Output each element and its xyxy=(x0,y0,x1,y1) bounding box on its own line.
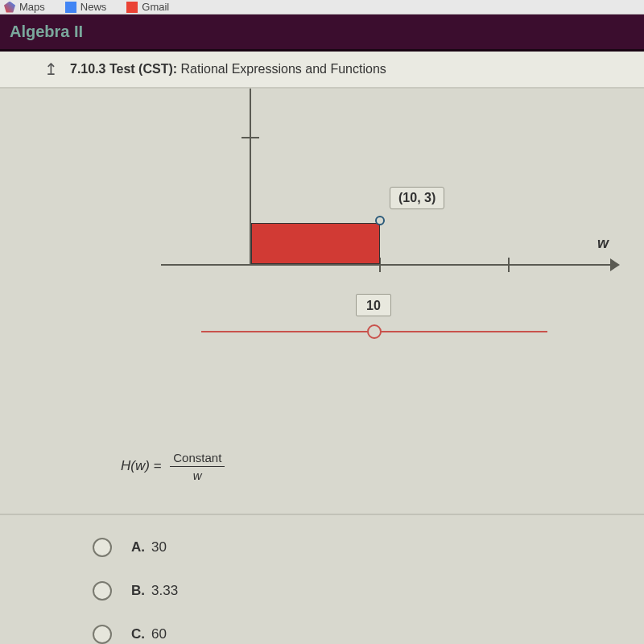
x-axis-arrow-icon xyxy=(610,258,620,271)
back-icon[interactable]: ↥ xyxy=(44,60,58,79)
slider-thumb[interactable] xyxy=(367,324,382,339)
bookmark-maps[interactable]: Maps xyxy=(4,1,45,13)
test-topic: Rational Expressions and Functions xyxy=(181,62,386,76)
x-axis-label: w xyxy=(597,235,609,252)
answer-c[interactable]: C. 60 xyxy=(93,625,178,644)
filled-rectangle xyxy=(251,223,380,264)
content-area: (10, 3) w 10 H(w) = Constant w A. 30 B. … xyxy=(0,89,644,644)
x-axis xyxy=(161,264,612,266)
graph: (10, 3) w 10 xyxy=(0,89,644,354)
bookmark-label: News xyxy=(80,1,107,13)
radio-a[interactable] xyxy=(93,538,112,557)
radio-b[interactable] xyxy=(93,581,112,601)
fraction: Constant w xyxy=(170,451,225,482)
x-tick xyxy=(508,258,510,272)
radio-c[interactable] xyxy=(93,625,112,644)
answer-text: 30 xyxy=(151,539,167,555)
gmail-icon xyxy=(126,2,138,13)
answer-a[interactable]: A. 30 xyxy=(93,538,178,557)
test-bar: ↥ 7.10.3 Test (CST): Rational Expression… xyxy=(0,52,644,89)
bookmark-label: Gmail xyxy=(142,1,169,13)
answer-letter: A. xyxy=(131,539,145,555)
test-kind: Test (CST): xyxy=(109,62,177,76)
answer-letter: B. xyxy=(131,583,145,599)
answer-text: 60 xyxy=(151,626,167,642)
answer-choices: A. 30 B. 3.33 C. 60 D. 13 xyxy=(93,538,178,644)
bookmark-news[interactable]: News xyxy=(65,1,107,13)
slider-value: 10 xyxy=(356,294,391,316)
answer-text: 3.33 xyxy=(151,583,178,599)
y-tick xyxy=(242,137,259,138)
news-icon xyxy=(65,2,76,13)
course-title: Algebra II xyxy=(10,23,83,40)
answer-letter: C. xyxy=(131,626,145,642)
bookmarks-bar: Maps News Gmail xyxy=(0,0,644,14)
denominator: w xyxy=(170,467,225,482)
coordinate-label: (10, 3) xyxy=(390,187,444,209)
maps-icon xyxy=(4,2,15,13)
formula: H(w) = Constant w xyxy=(121,451,225,482)
numerator: Constant xyxy=(170,451,225,467)
test-label: 7.10.3 Test (CST): Rational Expressions … xyxy=(70,62,386,76)
bookmark-label: Maps xyxy=(19,1,45,13)
section-divider xyxy=(0,514,644,515)
formula-lhs: H(w) = xyxy=(121,458,162,473)
answer-b[interactable]: B. 3.33 xyxy=(93,581,178,601)
course-header: Algebra II xyxy=(0,14,644,52)
bookmark-gmail[interactable]: Gmail xyxy=(126,1,169,13)
test-number: 7.10.3 xyxy=(70,62,105,76)
open-point xyxy=(375,216,385,225)
